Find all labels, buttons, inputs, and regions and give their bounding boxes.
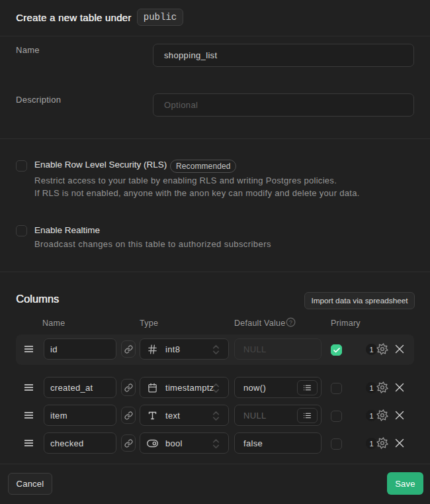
svg-text:?: ? <box>289 319 292 326</box>
